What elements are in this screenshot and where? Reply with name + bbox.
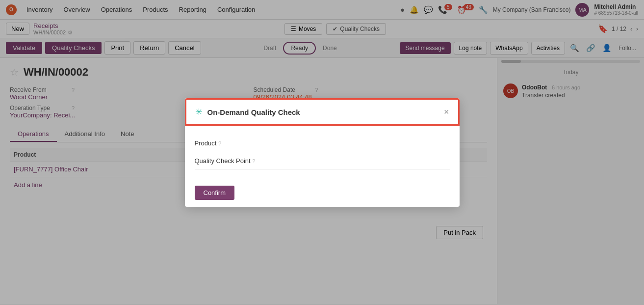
modal-product-field: Product ? [195,135,450,152]
modal-product-label: Product ? [195,139,263,147]
modal-qcp-field: Quality Check Point ? [195,152,450,170]
modal-close-button[interactable]: × [444,107,449,117]
confirm-button[interactable]: Confirm [195,186,235,200]
modal-title: On-Demand Quality Check [207,108,439,116]
modal-body: Product ? Quality Check Point ? [185,126,460,179]
modal-overlay: ✳ On-Demand Quality Check × Product ? Qu… [0,0,644,304]
modal-header: ✳ On-Demand Quality Check × [185,98,460,126]
modal-qcp-help-icon: ? [252,158,255,164]
modal-qcp-label: Quality Check Point ? [195,157,263,165]
modal-product-help-icon: ? [218,140,221,146]
modal-dialog: ✳ On-Demand Quality Check × Product ? Qu… [185,98,460,207]
modal-footer: Confirm [185,179,460,207]
quality-check-icon: ✳ [195,107,203,117]
